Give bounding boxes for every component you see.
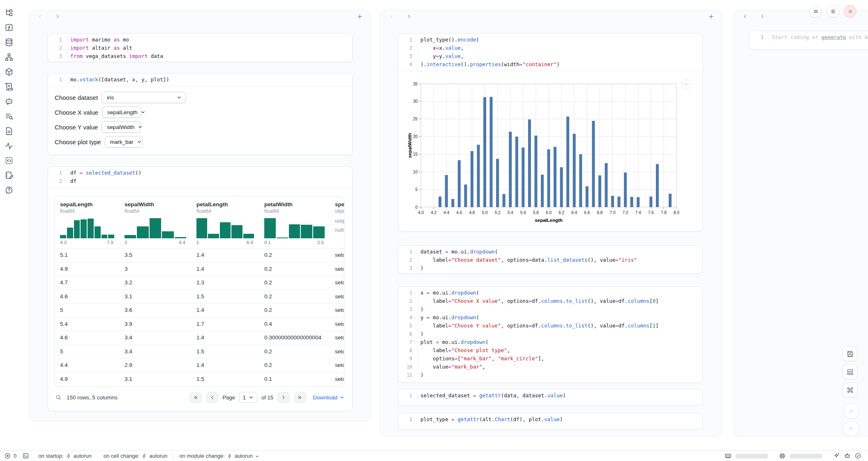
kernel-robot-icon[interactable] <box>844 452 851 459</box>
code-line[interactable]: 8 label="Choose plot type", <box>402 346 698 355</box>
column-histogram[interactable] <box>125 217 186 238</box>
next-page-button[interactable] <box>277 392 290 403</box>
scroll-column-right-icon[interactable] <box>55 14 60 19</box>
table-row[interactable]: 4.93.11.50.1setosa <box>55 372 344 386</box>
ram-usage-gauge[interactable] <box>735 454 768 459</box>
layout-toggle-button[interactable] <box>843 364 857 379</box>
dropdown-select[interactable]: sepalWidth <box>102 121 141 133</box>
column-histogram[interactable] <box>264 217 325 238</box>
menu-button[interactable] <box>809 5 822 18</box>
code-line[interactable]: 1plot_type().encode( <box>402 36 698 44</box>
code-editor[interactable]: 1selected_dataset = getattr(data, datase… <box>398 390 702 402</box>
prev-page-button[interactable] <box>206 392 218 403</box>
column-header-sepalWidth[interactable]: sepalWidthfloat6424.4 <box>119 196 191 248</box>
cell-dataframe[interactable]: 1df = selected_dataset()2df sepalLengthf… <box>48 166 353 411</box>
last-page-button[interactable] <box>294 392 306 403</box>
ai-sparkle-icon[interactable] <box>833 452 840 459</box>
runtime-config-startup[interactable]: on startup:autorun <box>32 453 97 459</box>
fold-chevron-icon[interactable] <box>412 248 418 256</box>
table-row[interactable]: 53.61.40.2setosa <box>55 303 344 317</box>
dropdown-select[interactable]: mark_bar <box>105 136 143 148</box>
column-histogram[interactable] <box>60 217 114 238</box>
table-row[interactable]: 5.13.51.40.2setosa <box>55 248 344 262</box>
fold-chevron-icon[interactable] <box>412 289 418 297</box>
code-editor[interactable]: 1dataset = mo.ui.dropdown(2 label="Choos… <box>398 246 702 274</box>
data-sources-icon[interactable] <box>5 38 14 47</box>
runtime-config-cell-change[interactable]: on cell change:autorun <box>98 453 173 459</box>
cell-vstack[interactable]: 1mo.vstack([dataset, x, y, plot]) Choose… <box>48 73 353 155</box>
activity-icon[interactable] <box>5 141 14 150</box>
scroll-column-left-icon[interactable] <box>37 14 43 19</box>
documentation-icon[interactable] <box>5 127 14 136</box>
connection-status-icon[interactable] <box>854 452 861 459</box>
download-button[interactable]: Download <box>313 394 344 401</box>
code-line[interactable]: 1selected_dataset = getattr(data, datase… <box>402 392 698 400</box>
code-line[interactable]: 4).interactive().properties(width="conta… <box>402 60 698 69</box>
list-search-icon[interactable] <box>5 112 14 121</box>
terminal-icon[interactable] <box>22 452 29 459</box>
settings-button[interactable] <box>826 5 839 18</box>
logs-icon[interactable] <box>5 82 14 91</box>
command-palette-button[interactable] <box>843 383 857 397</box>
dropdown-select[interactable]: iris <box>102 92 186 103</box>
fold-chevron-icon[interactable] <box>412 338 418 346</box>
code-line[interactable]: 1x = mo.ui.dropdown( <box>402 289 698 297</box>
table-row[interactable]: 4.63.11.50.2setosa <box>55 290 344 304</box>
table-search-icon[interactable] <box>55 394 62 401</box>
code-line[interactable]: 11) <box>402 371 698 379</box>
code-line[interactable]: 1df = selected_dataset() <box>51 169 348 177</box>
table-row[interactable]: 53.41.50.2setosa <box>55 345 344 359</box>
code-line[interactable]: 10 value="mark_bar", <box>402 363 698 371</box>
code-editor[interactable]: 1df = selected_dataset()2df <box>48 167 352 187</box>
page-select[interactable]: 1 <box>239 392 257 403</box>
chart-menu-button[interactable] <box>681 79 692 90</box>
code-line[interactable]: 4y = mo.ui.dropdown( <box>402 313 698 322</box>
table-row[interactable]: 4.63.41.40.30000000000000004setosa <box>55 331 344 345</box>
column-header-petalLength[interactable]: petalLengthfloat6416.9 <box>191 196 259 248</box>
code-editor[interactable]: 1 Start coding or generate with AI. <box>750 31 868 44</box>
generate-with-ai-link[interactable]: generate <box>821 34 846 40</box>
code-line[interactable]: 2 label="Choose dataset", options=data.l… <box>402 256 698 264</box>
code-editor[interactable]: 1mo.vstack([dataset, x, y, plot]) <box>48 74 352 86</box>
column-header-species[interactable]: speciesobjectunique:nulls: <box>330 196 344 248</box>
file-tree-icon[interactable] <box>5 8 14 17</box>
functions-icon[interactable] <box>5 23 14 32</box>
fold-chevron-icon[interactable] <box>412 36 418 44</box>
code-editor[interactable]: 1x = mo.ui.dropdown(2 label="Choose X va… <box>398 287 702 381</box>
first-page-button[interactable] <box>189 392 202 403</box>
help-icon[interactable] <box>5 186 14 195</box>
scroll-column-left-icon[interactable] <box>389 14 395 19</box>
code-line[interactable]: 1import marimo as mo <box>51 36 348 44</box>
code-line[interactable]: 1 Start coding or generate with AI. <box>753 33 868 41</box>
cell-plot-type[interactable]: 1plot_type = getattr(alt.Chart(df), plot… <box>398 413 703 429</box>
code-editor[interactable]: 1plot_type().encode(2 x=x.value,3 y=y.va… <box>398 34 702 71</box>
code-editor[interactable]: 1plot_type = getattr(alt.Chart(df), plot… <box>398 413 702 426</box>
table-row[interactable]: 4.73.21.30.2setosa <box>55 276 344 290</box>
code-line[interactable]: 1plot_type = getattr(alt.Chart(df), plot… <box>402 415 698 424</box>
code-line[interactable]: 3from vega_datasets import data <box>51 52 348 60</box>
code-editor[interactable]: 1import marimo as mo2import altair as al… <box>48 34 352 62</box>
code-line[interactable]: 1mo.vstack([dataset, x, y, plot]) <box>51 76 348 84</box>
cell-imports[interactable]: 1import marimo as mo2import altair as al… <box>48 33 353 62</box>
code-line[interactable]: 2 label="Choose X value", options=df.col… <box>402 297 698 305</box>
code-line[interactable]: 2df <box>51 177 348 185</box>
code-line[interactable]: 5 label="Choose Y value", options=df.col… <box>402 322 698 330</box>
stop-kernel-button[interactable] <box>843 403 859 419</box>
code-line[interactable]: 3) <box>402 305 698 313</box>
code-line[interactable]: 9 options=["mark_bar", "mark_circle"], <box>402 355 698 363</box>
cell-selected-dataset[interactable]: 1selected_dataset = getattr(data, datase… <box>398 389 703 406</box>
snippets-icon[interactable] <box>5 156 14 165</box>
cpu-usage-gauge[interactable] <box>790 454 822 459</box>
errors-icon[interactable] <box>4 452 11 459</box>
table-row[interactable]: 5.43.91.70.4setosa <box>55 317 344 331</box>
bar-chart[interactable]: 4.04.24.44.64.85.05.25.45.65.86.06.26.46… <box>407 81 685 225</box>
run-all-button[interactable] <box>843 421 859 436</box>
fold-chevron-icon[interactable] <box>412 313 418 322</box>
packages-icon[interactable] <box>5 67 14 76</box>
table-row[interactable]: 4.931.40.2setosa <box>55 262 344 276</box>
column-header-petalWidth[interactable]: petalWidthfloat640.12.5 <box>259 196 330 248</box>
add-column-icon[interactable] <box>708 14 714 20</box>
column-histogram[interactable] <box>196 217 254 238</box>
code-line[interactable]: 6) <box>402 330 698 338</box>
cell-xy-plot-dropdowns[interactable]: 1x = mo.ui.dropdown(2 label="Choose X va… <box>398 286 703 383</box>
